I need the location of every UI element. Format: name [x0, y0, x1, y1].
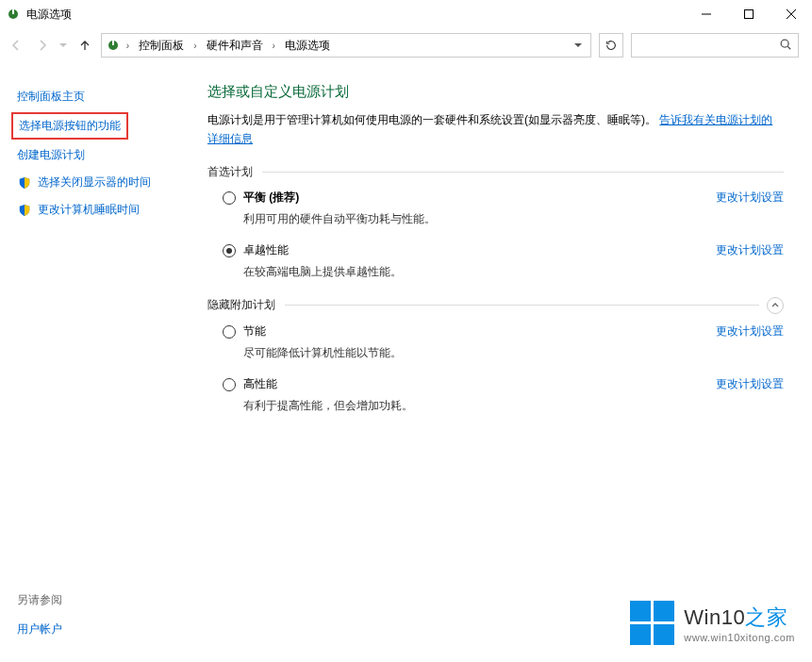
shield-icon [17, 175, 32, 190]
minimize-button[interactable] [685, 1, 727, 27]
plan-description: 利用可用的硬件自动平衡功耗与性能。 [243, 211, 436, 227]
power-plan-row: 节能 尽可能降低计算机性能以节能。 更改计划设置 [207, 323, 784, 361]
plan-radio[interactable] [223, 244, 236, 257]
windows-logo-icon [630, 601, 674, 645]
breadcrumb-mid[interactable]: 硬件和声音 [203, 36, 267, 56]
page-description: 电源计划是用于管理计算机如何使用电源的一套硬件和系统设置(如显示器亮度、睡眠等)… [207, 110, 784, 149]
plan-description: 在较高端电脑上提供卓越性能。 [243, 264, 402, 280]
app-icon [6, 7, 21, 22]
watermark: Win10之家 www.win10xitong.com [630, 601, 795, 645]
group-title-hidden: 隐藏附加计划 [207, 297, 275, 313]
address-dropdown-button[interactable] [570, 35, 587, 56]
plan-title[interactable]: 节能 [243, 323, 402, 339]
plan-title[interactable]: 卓越性能 [243, 242, 402, 258]
power-plan-row: 平衡 (推荐) 利用可用的硬件自动平衡功耗与性能。 更改计划设置 [207, 190, 784, 227]
change-plan-link[interactable]: 更改计划设置 [716, 190, 784, 206]
svg-rect-1 [12, 9, 14, 14]
group-title-preferred: 首选计划 [207, 164, 253, 180]
address-bar[interactable]: › 控制面板 › 硬件和声音 › 电源选项 [101, 33, 591, 58]
svg-line-9 [787, 46, 790, 49]
nav-up-button[interactable] [73, 32, 97, 58]
sidebar-create-plan-link[interactable]: 创建电源计划 [17, 141, 189, 169]
plan-title[interactable]: 高性能 [243, 376, 413, 392]
plan-radio[interactable] [223, 191, 236, 205]
svg-rect-3 [744, 10, 753, 19]
breadcrumb-leaf[interactable]: 电源选项 [281, 36, 334, 56]
sidebar-choose-button-link[interactable]: 选择电源按钮的功能 [19, 116, 121, 136]
search-box[interactable] [631, 33, 799, 58]
address-icon [106, 38, 121, 53]
refresh-button[interactable] [599, 33, 623, 58]
window-title: 电源选项 [26, 7, 72, 23]
search-input[interactable] [638, 39, 779, 52]
sidebar-sleep-time-link[interactable]: 更改计算机睡眠时间 [17, 196, 189, 223]
sidebar-display-off-link[interactable]: 选择关闭显示器的时间 [17, 169, 189, 196]
power-plan-row: 高性能 有利于提高性能，但会增加功耗。 更改计划设置 [207, 376, 784, 414]
change-plan-link[interactable]: 更改计划设置 [716, 323, 784, 339]
sidebar-item-label: 选择关闭显示器的时间 [38, 174, 151, 190]
nav-recent-dropdown[interactable] [57, 32, 71, 58]
description-text: 电源计划是用于管理计算机如何使用电源的一套硬件和系统设置(如显示器亮度、睡眠等)… [207, 113, 656, 126]
sidebar-user-accounts-link[interactable]: 用户帐户 [17, 616, 62, 643]
divider [285, 305, 759, 306]
plan-title[interactable]: 平衡 (推荐) [243, 190, 436, 206]
watermark-brand: Win10之家 [684, 604, 795, 632]
svg-rect-7 [112, 41, 114, 45]
chevron-right-icon: › [273, 41, 275, 51]
see-also-label: 另请参阅 [17, 592, 62, 616]
shield-icon [17, 203, 32, 218]
nav-forward-button[interactable] [30, 32, 55, 58]
plan-radio[interactable] [223, 325, 236, 339]
sidebar-home-link[interactable]: 控制面板主页 [17, 83, 189, 110]
change-plan-link[interactable]: 更改计划设置 [716, 242, 784, 258]
nav-back-button[interactable] [4, 32, 28, 58]
close-button[interactable] [770, 1, 812, 27]
page-heading: 选择或自定义电源计划 [207, 83, 784, 101]
annotation-highlight: 选择电源按钮的功能 [11, 112, 128, 140]
change-plan-link[interactable]: 更改计划设置 [716, 376, 784, 392]
breadcrumb-root[interactable]: 控制面板 [135, 36, 188, 56]
plan-description: 尽可能降低计算机性能以节能。 [243, 345, 402, 361]
plan-radio[interactable] [223, 378, 236, 391]
search-icon[interactable] [779, 38, 792, 54]
collapse-toggle-button[interactable] [767, 297, 784, 314]
plan-description: 有利于提高性能，但会增加功耗。 [243, 398, 413, 414]
power-plan-row: 卓越性能 在较高端电脑上提供卓越性能。 更改计划设置 [207, 242, 784, 280]
chevron-right-icon: › [126, 41, 129, 51]
chevron-right-icon: › [193, 41, 196, 51]
watermark-url: www.win10xitong.com [684, 632, 795, 643]
maximize-button[interactable] [727, 1, 770, 27]
svg-point-8 [781, 40, 788, 47]
sidebar-item-label: 更改计算机睡眠时间 [38, 202, 140, 218]
divider [262, 172, 784, 173]
